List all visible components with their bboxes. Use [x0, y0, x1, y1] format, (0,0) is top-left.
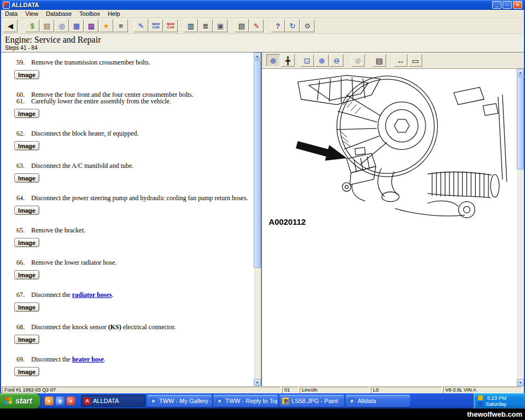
new-car-red-icon[interactable]: NEW CAR: [164, 19, 178, 32]
step-number: 63.: [16, 162, 31, 169]
status-bar: Ford #1 1982-03 Q2-07 01 Lincoln LS V8-3…: [1, 386, 524, 393]
taskbar-label: Alldata: [358, 398, 376, 404]
labor-rates-icon[interactable]: $: [25, 19, 39, 32]
print-setup-icon[interactable]: ⚙: [300, 19, 314, 32]
network-icon[interactable]: [478, 401, 483, 406]
maximize-button[interactable]: □: [503, 1, 512, 9]
parts-icon[interactable]: ▤: [40, 19, 54, 32]
scroll-up-icon[interactable]: ▲: [517, 69, 524, 76]
quick-launch-icon-1[interactable]: ◗: [45, 396, 54, 405]
start-label: start: [15, 396, 32, 405]
status-model: LS: [371, 387, 442, 393]
heater-hose-link[interactable]: heater hose: [72, 355, 104, 363]
menu-help[interactable]: Help: [104, 10, 124, 18]
image-button[interactable]: Image: [14, 335, 39, 344]
print-icon[interactable]: ▤: [235, 19, 249, 32]
taskbar-tww-gallery[interactable]: e TWW - My Gallery - M...: [147, 395, 212, 407]
close-button[interactable]: ✕: [513, 1, 522, 9]
document-header: Engine: Service and Repair Steps 41 - 84: [1, 34, 524, 52]
help-icon[interactable]: ?: [271, 19, 285, 32]
outline-icon[interactable]: ≣: [199, 19, 213, 32]
zoom-window-icon[interactable]: ⊡: [300, 54, 314, 67]
fit-width-icon[interactable]: ↔: [394, 54, 407, 67]
menu-view[interactable]: View: [21, 10, 42, 18]
left-scrollbar-thumb[interactable]: [254, 60, 261, 268]
step-number: 69.: [16, 356, 31, 363]
status-make: Lincoln: [300, 387, 370, 393]
step-block: 67.Disconnect the radiator hoses. Image: [1, 291, 252, 312]
figure-view-icon[interactable]: ▣: [213, 19, 228, 32]
right-scrollbar[interactable]: ▲ ▼: [517, 69, 524, 386]
tray-clock: 6:23 PM Saturday: [486, 395, 506, 407]
security-shield-icon[interactable]: [478, 395, 483, 400]
minimize-button[interactable]: _: [492, 1, 501, 9]
image-button[interactable]: Image: [14, 302, 39, 312]
menu-data[interactable]: Data: [1, 10, 21, 18]
taskbar: start ◗ e ● A ALLDATA e TWW - My Gallery…: [0, 393, 525, 409]
image-button[interactable]: Image: [14, 270, 39, 279]
notes-icon[interactable]: ≡: [114, 19, 128, 32]
engine-diagram[interactable]: A0020112: [262, 69, 517, 386]
alldata-window: ALLDATA _ □ ✕ Data View Database Toolbox…: [0, 0, 525, 393]
image-button[interactable]: Image: [14, 367, 39, 376]
start-button[interactable]: start: [0, 393, 40, 409]
pen-icon[interactable]: ✎: [134, 19, 148, 32]
menu-toolbox[interactable]: Toolbox: [75, 10, 104, 18]
taskbar-label: TWW - My Gallery - M...: [159, 398, 212, 404]
taskbar-paint[interactable]: P LS58.JPG - Paint: [279, 395, 344, 407]
scroll-down-icon[interactable]: ▼: [517, 379, 524, 386]
taskbar-label: ALLDATA: [93, 398, 119, 404]
menu-database[interactable]: Database: [42, 10, 75, 18]
engine-line-art: A0020112: [265, 73, 509, 230]
taskbar-alldata-2[interactable]: e Alldata: [346, 395, 410, 407]
taskbar-alldata[interactable]: A ALLDATA: [81, 395, 145, 407]
left-scrollbar[interactable]: ▲ ▼: [254, 52, 261, 386]
step-text-after: .: [104, 355, 106, 363]
marker-icon[interactable]: ✎: [249, 19, 264, 32]
image-button[interactable]: Image: [14, 238, 39, 247]
step-59: 59.Remove the transmission crossmember b…: [1, 59, 252, 66]
scroll-up-icon[interactable]: ▲: [254, 52, 261, 60]
print-image-icon[interactable]: ▤: [372, 54, 386, 67]
step-69: 69.Disconnect the heater hose.: [1, 356, 252, 363]
step-text-before: Disconnect the: [31, 291, 72, 299]
article-search-icon[interactable]: ◎: [55, 19, 69, 32]
step-67: 67.Disconnect the radiator hoses.: [1, 291, 252, 298]
step-63: 63.Disconnect the A/C manifold and tube.: [1, 162, 252, 169]
fit-page-icon[interactable]: ▭: [409, 54, 422, 67]
zoom-out-icon[interactable]: ⊖: [330, 54, 343, 67]
step-64: 64.Disconnect the power steering pump an…: [1, 195, 252, 201]
radiator-hoses-link[interactable]: radiator hoses: [72, 291, 112, 299]
system-tray: 6:23 PM Saturday: [473, 393, 525, 409]
step-block: 63.Disconnect the A/C manifold and tube.…: [1, 162, 252, 183]
tsb-icon[interactable]: ▨: [84, 19, 98, 32]
diagram-code-label: A0020112: [269, 218, 306, 226]
scroll-down-icon[interactable]: ▼: [254, 379, 261, 386]
pan-tool-icon[interactable]: ╋: [281, 54, 295, 67]
step-block: 66.Remove the lower radiator hose. Image: [1, 259, 252, 279]
internet-explorer-icon[interactable]: e: [56, 396, 65, 405]
article-grid-icon[interactable]: ▦: [69, 19, 84, 32]
tips-icon[interactable]: ★: [99, 19, 113, 32]
quick-launch: ◗ e ●: [40, 396, 80, 405]
image-button[interactable]: Image: [14, 70, 39, 79]
back-button[interactable]: ◀: [3, 19, 18, 32]
image-button[interactable]: Image: [14, 109, 39, 118]
image-toolbar: ⊕ ╋ ⊡ ⊕ ⊖ ⊘ ▤ ↔ ▭: [262, 52, 524, 69]
image-button[interactable]: Image: [14, 141, 39, 150]
image-button[interactable]: Image: [14, 206, 39, 215]
app-icon: [3, 2, 10, 9]
quick-launch-icon-3[interactable]: ●: [67, 396, 75, 405]
right-scrollbar-thumb[interactable]: [517, 77, 524, 170]
image-button[interactable]: Image: [14, 173, 39, 183]
zoom-tool-icon[interactable]: ⊕: [266, 54, 280, 67]
columns-icon[interactable]: ▥: [184, 19, 198, 32]
step-text: Remove the bracket.: [31, 226, 85, 234]
step-number: 67.: [16, 291, 31, 298]
history-icon[interactable]: ↻: [285, 19, 300, 32]
zoom-in-icon[interactable]: ⊕: [315, 54, 329, 67]
new-car-blue-icon[interactable]: NEW CAR: [149, 19, 163, 32]
step-number: 68.: [16, 324, 31, 330]
illustration-panel: ⊕ ╋ ⊡ ⊕ ⊖ ⊘ ▤ ↔ ▭: [261, 52, 524, 386]
taskbar-tww-reply[interactable]: e TWW - Reply to Topic...: [213, 395, 278, 407]
